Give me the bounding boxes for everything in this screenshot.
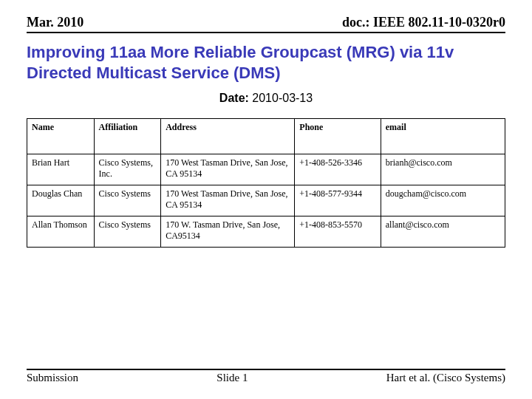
footer-center: Slide 1 <box>216 372 248 384</box>
authors-table: Name Affiliation Address Phone email Bri… <box>27 118 505 248</box>
footer-right: Hart et al. (Cisco Systems) <box>386 372 505 384</box>
cell-email: allant@cisco.com <box>381 216 505 248</box>
col-phone: Phone <box>295 119 381 154</box>
date-line: Date: 2010-03-13 <box>27 92 505 105</box>
cell-phone: +1-408-853-5570 <box>295 216 381 248</box>
date-label: Date: <box>219 92 249 104</box>
cell-affiliation: Cisco Systems <box>94 216 161 248</box>
col-email: email <box>381 119 505 154</box>
cell-address: 170 W. Tasman Drive, San Jose, CA95134 <box>161 216 295 248</box>
cell-phone: +1-408-577-9344 <box>295 185 381 216</box>
cell-name: Allan Thomson <box>27 216 95 248</box>
cell-email: dougcham@cisco.com <box>381 185 505 216</box>
cell-address: 170 West Tasman Drive, San Jose, CA 9513… <box>161 185 295 216</box>
document-id: doc.: IEEE 802.11-10-0320r0 <box>342 15 505 30</box>
cell-address: 170 West Tasman Drive, San Jose, CA 9513… <box>161 154 295 185</box>
table-row: Allan Thomson Cisco Systems 170 W. Tasma… <box>27 216 505 248</box>
table-header-row: Name Affiliation Address Phone email <box>27 119 505 154</box>
page-title: Improving 11aa More Reliable Groupcast (… <box>27 42 505 83</box>
cell-affiliation: Cisco Systems, Inc. <box>94 154 161 185</box>
cell-affiliation: Cisco Systems <box>94 185 161 216</box>
header: Mar. 2010 doc.: IEEE 802.11-10-0320r0 <box>27 15 505 33</box>
date-value: 2010-03-13 <box>252 92 313 104</box>
cell-name: Brian Hart <box>27 154 95 185</box>
table-row: Douglas Chan Cisco Systems 170 West Tasm… <box>27 185 505 216</box>
col-affiliation: Affiliation <box>94 119 161 154</box>
cell-phone: +1-408-526-3346 <box>295 154 381 185</box>
cell-email: brianh@cisco.com <box>381 154 505 185</box>
col-address: Address <box>161 119 295 154</box>
header-date: Mar. 2010 <box>27 15 83 30</box>
cell-name: Douglas Chan <box>27 185 95 216</box>
col-name: Name <box>27 119 95 154</box>
footer-left: Submission <box>27 372 78 384</box>
footer: Submission Slide 1 Hart et al. (Cisco Sy… <box>27 369 505 384</box>
table-row: Brian Hart Cisco Systems, Inc. 170 West … <box>27 154 505 185</box>
